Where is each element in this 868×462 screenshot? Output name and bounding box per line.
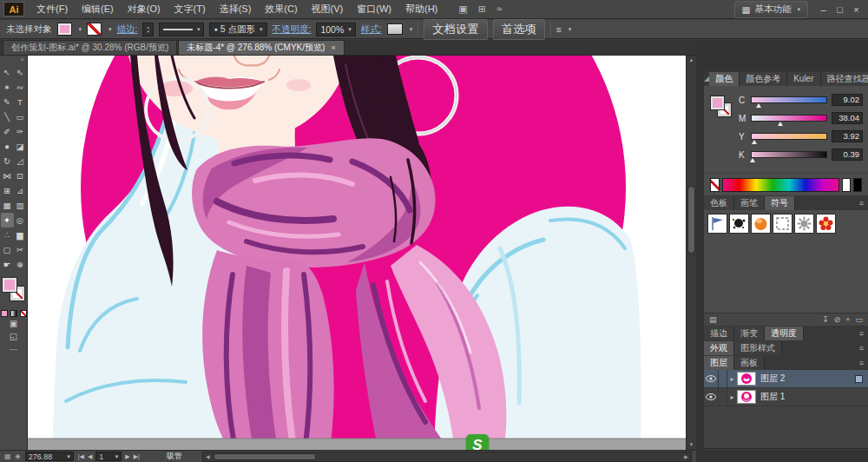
artwork-canvas[interactable]	[28, 56, 686, 450]
canvas-area[interactable]: S	[28, 56, 686, 450]
align-icon[interactable]: ≡	[556, 24, 562, 35]
horizontal-scrollbar[interactable]: ◀ ▶	[202, 452, 692, 462]
symbol-flag[interactable]	[707, 214, 727, 234]
expand-icon[interactable]: ▸	[727, 375, 737, 383]
scroll-up-icon[interactable]: ▲	[687, 56, 696, 65]
symbol-orange-orb[interactable]	[751, 214, 771, 234]
place-symbol-icon[interactable]: ↧	[822, 315, 829, 324]
new-symbol-icon[interactable]: +	[845, 315, 850, 324]
tab-brushes[interactable]: 画笔	[734, 196, 765, 210]
tab-close-icon[interactable]: ×	[331, 43, 335, 52]
color-spectrum[interactable]	[722, 178, 839, 192]
magic-wand-tool[interactable]: ✶	[1, 80, 14, 95]
symbol-flower[interactable]	[816, 214, 836, 234]
menu-type[interactable]: 文字(T)	[168, 0, 213, 18]
black-swatch[interactable]	[853, 178, 862, 192]
menu-select[interactable]: 选择(S)	[213, 0, 259, 18]
free-transform-tool[interactable]: ⊡	[14, 168, 27, 183]
magenta-slider-handle[interactable]	[778, 122, 783, 126]
scroll-down-icon[interactable]: ▼	[687, 440, 696, 450]
zoom-tool[interactable]: ⊕	[14, 257, 27, 272]
brush-definition-dropdown[interactable]: ● 5 点圆形 ▾	[209, 23, 266, 36]
document-setup-button[interactable]: 文档设置	[424, 19, 487, 40]
mesh-tool[interactable]: ▦	[1, 198, 14, 213]
prev-artboard-icon[interactable]: ◀	[88, 453, 92, 460]
toolbar-more-icon[interactable]: ⋯	[0, 343, 27, 356]
tab-transparency[interactable]: 透明度	[765, 327, 804, 340]
selection-indicator[interactable]	[855, 375, 863, 383]
toolbar-fill-swatch[interactable]	[3, 278, 16, 292]
tab-swatches[interactable]: 色板	[704, 196, 734, 210]
last-artboard-icon[interactable]: ▶|	[134, 453, 140, 460]
expand-icon[interactable]: ▸	[727, 393, 737, 401]
magenta-slider[interactable]	[751, 115, 827, 122]
menu-help[interactable]: 帮助(H)	[398, 0, 444, 18]
pencil-tool[interactable]: ✑	[14, 124, 27, 139]
next-artboard-icon[interactable]: ▶	[125, 453, 129, 460]
panel-menu-icon[interactable]: ≡	[855, 341, 868, 355]
tab-gradient[interactable]: 渐变	[734, 327, 765, 340]
document-tab-2-active[interactable]: 未标题-4* @ 276.88% (CMYK/预览) ×	[178, 40, 344, 55]
layer-row-1[interactable]: ▸ 图层 1	[704, 388, 868, 406]
zoom-level-dropdown[interactable]: 276.88 ▾	[25, 452, 74, 461]
scale-tool[interactable]: ◿	[14, 154, 27, 168]
rotate-tool[interactable]: ↻	[1, 154, 14, 168]
symbol-dashed-frame[interactable]	[773, 214, 792, 234]
column-graph-tool[interactable]: ▆	[14, 228, 27, 242]
rectangle-tool[interactable]: ▭	[14, 109, 27, 124]
black-value[interactable]: 0.39	[832, 148, 863, 161]
white-swatch[interactable]	[842, 178, 851, 192]
layer-row-2[interactable]: ▸ 图层 2	[704, 370, 868, 388]
gradient-mode-button[interactable]	[10, 310, 17, 317]
direct-selection-tool[interactable]: ⇖	[14, 65, 27, 80]
slice-tool[interactable]: ✂	[14, 242, 27, 257]
black-slider-handle[interactable]	[750, 158, 755, 162]
status-grid-icon[interactable]: ▦	[4, 452, 11, 460]
pen-tool[interactable]: ✎	[1, 95, 14, 109]
layer-name[interactable]: 图层 2	[760, 373, 855, 385]
arrange-documents-icon[interactable]: ⊞	[478, 3, 486, 15]
gradient-tool[interactable]: ▥	[14, 198, 27, 213]
yellow-slider-handle[interactable]	[752, 140, 757, 144]
scroll-right-icon[interactable]: ▶	[681, 453, 691, 459]
blend-tool[interactable]: ◎	[14, 213, 27, 228]
eraser-tool[interactable]: ◪	[14, 139, 27, 154]
visibility-toggle[interactable]	[704, 388, 719, 406]
black-slider[interactable]	[751, 151, 827, 158]
panel-menu-icon[interactable]: ≡	[855, 327, 868, 340]
tab-symbols[interactable]: 符号	[765, 196, 795, 210]
preferences-button[interactable]: 首选项	[493, 19, 545, 40]
delete-symbol-icon[interactable]: ▭	[855, 315, 863, 324]
menu-effect[interactable]: 效果(C)	[258, 0, 304, 18]
symbol-libraries-icon[interactable]: ▤	[709, 315, 717, 324]
control-panel-menu-icon[interactable]: ▾	[569, 26, 572, 33]
vertical-scrollbar[interactable]: ▲ ▼	[686, 56, 696, 450]
vertical-scroll-thumb[interactable]	[687, 186, 695, 254]
panel-menu-icon[interactable]: ≡	[855, 356, 868, 370]
fill-color-swatch[interactable]	[57, 23, 72, 36]
tab-color[interactable]: 颜色	[709, 72, 740, 86]
lock-toggle[interactable]	[719, 388, 727, 406]
menu-file[interactable]: 文件(F)	[30, 0, 75, 18]
first-artboard-icon[interactable]: |◀	[78, 453, 84, 460]
color-mode-button[interactable]	[1, 310, 8, 317]
stroke-dropdown-icon[interactable]: ▾	[108, 26, 112, 33]
layer-name[interactable]: 图层 1	[760, 391, 868, 403]
style-panel-link[interactable]: 样式:	[361, 23, 382, 36]
cs-live-icon[interactable]: ≈	[496, 3, 502, 15]
tab-layers[interactable]: 图层	[704, 356, 734, 370]
shape-builder-tool[interactable]: ⊞	[1, 183, 14, 198]
close-button[interactable]: ×	[848, 4, 865, 15]
menu-edit[interactable]: 编辑(E)	[75, 0, 121, 18]
fill-dropdown-icon[interactable]: ▾	[79, 26, 82, 33]
screen-mode-icon[interactable]: ◱	[0, 330, 27, 343]
line-segment-tool[interactable]: ╲	[1, 109, 14, 124]
cyan-slider-handle[interactable]	[756, 103, 761, 108]
tab-appearance[interactable]: 外观	[704, 341, 734, 355]
symbol-ink-splatter[interactable]	[729, 214, 749, 234]
tab-stroke[interactable]: 描边	[704, 327, 734, 340]
blob-brush-tool[interactable]: ●	[1, 139, 14, 154]
stroke-profile-dropdown[interactable]: ▾	[159, 23, 205, 36]
style-swatch[interactable]	[387, 23, 403, 35]
cyan-value[interactable]: 9.02	[832, 94, 863, 106]
